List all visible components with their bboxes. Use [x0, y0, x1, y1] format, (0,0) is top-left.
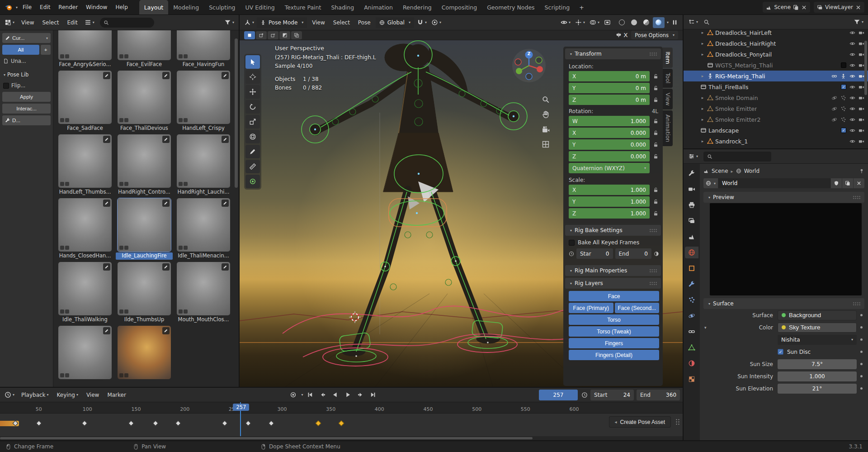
edit-pose-badge-icon[interactable]	[162, 327, 170, 334]
properties-search-input[interactable]	[703, 152, 771, 162]
asset-item-face-evilface[interactable]: Face_EvilFace	[116, 30, 173, 68]
scrollbar[interactable]	[864, 41, 867, 95]
collection-checkbox[interactable]: ✓	[841, 84, 846, 90]
workspace-tab-texture-paint[interactable]: Texture Paint	[280, 0, 326, 14]
keyframe-193[interactable]	[175, 420, 181, 426]
mode-select[interactable]: Pose Mode▾	[257, 17, 307, 28]
animate-dot[interactable]	[860, 387, 863, 390]
hide-in-viewport-icon[interactable]	[849, 30, 855, 36]
animate-dot[interactable]	[860, 314, 863, 316]
disable-in-renders-icon[interactable]	[859, 84, 864, 90]
animate-dot[interactable]	[860, 351, 863, 353]
asset-thumbnail[interactable]	[118, 262, 171, 315]
visibility-button[interactable]: ▾	[559, 17, 572, 29]
outliner-row-rig-metarig-thali[interactable]: ▸ RIG-Metarig_Thali	[684, 71, 868, 81]
sun-elevation-field[interactable]: 21°	[778, 384, 857, 394]
rotation-w-field[interactable]: W1.000	[569, 116, 650, 126]
bake-start-field[interactable]: Star0	[576, 248, 613, 259]
asset-item-hands-closedhan[interactable]: Hands_ClosedHan...	[57, 198, 113, 260]
properties-tab-scene[interactable]	[685, 231, 698, 243]
scale-x-field[interactable]: X1.000	[569, 185, 650, 195]
checkbox[interactable]	[569, 240, 575, 246]
npanel-tab-item[interactable]: Item	[663, 48, 673, 68]
viewport-canvas[interactable]: User Perspective (257) RIG-Metarig_Thali…	[240, 40, 683, 387]
surface-shader-button[interactable]: Background	[778, 310, 857, 320]
tool-move[interactable]	[245, 85, 260, 99]
workspace-tab-uv-editing[interactable]: UV Editing	[241, 0, 280, 14]
outliner-row-smoke-domain[interactable]: ▸ Smoke Domain	[684, 92, 868, 103]
asset-item-face-thalidevious[interactable]: Face_ThaliDevious	[116, 71, 173, 132]
keyframe-337[interactable]	[315, 420, 321, 426]
bake-all-checkbox[interactable]: Bake All Keyed Frames	[569, 238, 659, 247]
edit-pose-badge-icon[interactable]	[103, 72, 110, 79]
shading-material-preview-icon[interactable]	[641, 17, 652, 28]
grip-icon[interactable]	[649, 228, 657, 233]
asset-thumbnail[interactable]	[58, 326, 112, 379]
xray-toggle[interactable]	[602, 17, 613, 29]
outliner-row-landscape[interactable]: Landscape ✓	[684, 125, 868, 136]
edit-pose-badge-icon[interactable]	[222, 263, 229, 271]
edit-pose-badge-icon[interactable]	[222, 72, 229, 79]
select-mode-extend[interactable]	[256, 31, 267, 39]
tool-annotate[interactable]	[245, 145, 260, 158]
select-mode-subtract[interactable]	[268, 31, 278, 39]
sky-type-select[interactable]: Nishita▾	[778, 335, 857, 345]
select-mode-invert[interactable]	[279, 31, 290, 39]
workspace-tab-sculpting[interactable]: Sculpting	[204, 0, 240, 14]
rig-main-panel-header[interactable]: ▾Rig Main Properties	[565, 265, 661, 276]
new-world-button[interactable]	[842, 178, 853, 188]
location-z-field[interactable]: Z0 m	[569, 95, 650, 105]
properties-tab-render[interactable]	[685, 183, 698, 195]
asset-search-input[interactable]	[100, 18, 154, 28]
scrollbar[interactable]	[235, 38, 238, 188]
edit-pose-badge-icon[interactable]	[103, 136, 110, 143]
expand-icon[interactable]: ▸	[700, 117, 705, 122]
new-scene-icon[interactable]	[793, 5, 799, 10]
editor-type-button[interactable]: ▾	[242, 17, 256, 29]
expand-icon[interactable]: ▸	[700, 74, 705, 78]
display-mode-button[interactable]: ▾	[83, 17, 96, 29]
edit-pose-badge-icon[interactable]	[222, 136, 229, 143]
lock-icon[interactable]	[652, 153, 659, 160]
menu-edit[interactable]: Edit	[36, 0, 54, 14]
grip-icon[interactable]	[649, 52, 657, 56]
breadcrumb-scene[interactable]: Scene	[712, 168, 728, 174]
location-y-field[interactable]: Y0 m	[569, 83, 650, 93]
edit-pose-badge-icon[interactable]	[103, 263, 110, 271]
navigation-gizmo[interactable]: Z	[511, 48, 547, 84]
asset-thumbnail[interactable]	[177, 134, 230, 188]
keyframe-170[interactable]	[153, 420, 159, 426]
tool-transform[interactable]	[245, 130, 260, 143]
interactive-blend-button[interactable]: Interac...	[2, 104, 51, 114]
scale-y-field[interactable]: Y1.000	[569, 196, 650, 207]
asset-item-face-angry-serio[interactable]: Face_Angry&Serio...	[57, 30, 113, 68]
animate-dot[interactable]	[860, 375, 863, 377]
asset-thumbnail[interactable]	[58, 30, 112, 60]
rig-layer-fingers[interactable]: Fingers	[569, 338, 659, 348]
location-x-field[interactable]: X0 m	[569, 71, 650, 81]
lock-icon[interactable]	[652, 85, 659, 91]
timeline-menu-playback[interactable]: Playback▾	[17, 388, 53, 402]
editor-type-button[interactable]: ▾	[686, 151, 700, 162]
menu-file[interactable]: File	[19, 0, 36, 14]
create-pose-asset-button[interactable]: ◂Create Pose Asset	[609, 416, 671, 428]
outliner-row-smoke-emitter[interactable]: ▸ Smoke Emitter	[684, 103, 868, 114]
hide-in-viewport-icon[interactable]	[849, 95, 855, 101]
rig-layer-torso[interactable]: Torso	[569, 314, 659, 325]
workspace-tab-modeling[interactable]: Modeling	[168, 0, 204, 14]
auto-keying-button[interactable]	[287, 390, 299, 400]
shading-rendered-icon[interactable]	[653, 17, 665, 28]
shading-solid-icon[interactable]	[628, 17, 640, 28]
npanel-tab-tool[interactable]: Tool	[663, 69, 673, 87]
mirror-x-toggle[interactable]: X	[613, 29, 629, 41]
animate-dot[interactable]	[860, 326, 863, 328]
sun-intensity-field[interactable]: 1.000	[778, 371, 857, 381]
asset-item-handright-contro[interactable]: HandRight_Contro...	[116, 134, 173, 196]
fake-user-button[interactable]	[831, 178, 842, 188]
frame-start-field[interactable]: Start24	[590, 390, 634, 400]
lock-icon[interactable]	[652, 199, 659, 205]
zoom-icon[interactable]	[542, 95, 550, 104]
flip-pose-checkbox[interactable]: Flip...	[2, 81, 51, 90]
edit-pose-badge-icon[interactable]	[103, 200, 110, 207]
editor-type-button[interactable]: ▾	[3, 17, 16, 29]
